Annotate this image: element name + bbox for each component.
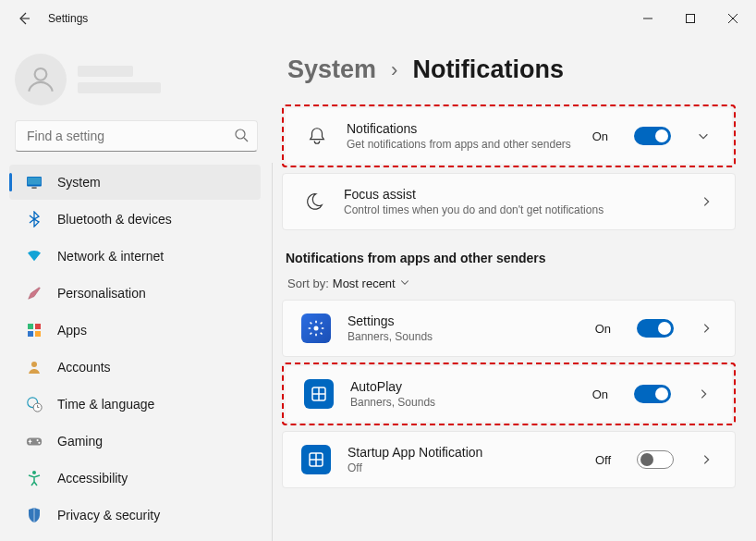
- card-text: AutoPlayBanners, Sounds: [350, 379, 576, 409]
- svg-rect-6: [28, 324, 33, 329]
- app-toggle[interactable]: [637, 450, 674, 469]
- titlebar: Settings: [0, 0, 756, 37]
- page-title: Notifications: [412, 55, 564, 84]
- chevron-right-icon[interactable]: [690, 322, 722, 335]
- sidebar-item-label: Network & internet: [57, 249, 164, 264]
- search-input[interactable]: [15, 120, 258, 152]
- sidebar-item-apps[interactable]: Apps: [9, 313, 261, 348]
- user-account[interactable]: [0, 44, 273, 120]
- chevron-down-icon: [399, 277, 410, 290]
- card-subtitle: Control times when you do and don't get …: [344, 203, 674, 216]
- sidebar-item-network-internet[interactable]: Network & internet: [9, 239, 261, 274]
- avatar: [15, 54, 67, 105]
- maximize-button[interactable]: [669, 4, 712, 33]
- toggle-state: On: [592, 129, 608, 143]
- highlight-box-autoplay: AutoPlayBanners, SoundsOn: [282, 363, 736, 425]
- svg-point-17: [314, 326, 319, 331]
- svg-point-14: [37, 439, 39, 441]
- search-container: [15, 120, 258, 152]
- svg-rect-9: [35, 331, 41, 337]
- toggle-state: On: [595, 322, 611, 336]
- focus-assist-card[interactable]: Focus assist Control times when you do a…: [282, 173, 736, 230]
- svg-point-2: [236, 129, 245, 139]
- person-icon: [26, 359, 43, 375]
- card-text: Startup App NotificationOff: [348, 445, 579, 474]
- card-title: Startup App Notification: [348, 445, 579, 460]
- minimize-button[interactable]: [627, 4, 669, 33]
- app-toggle[interactable]: [634, 385, 671, 403]
- svg-point-16: [32, 471, 36, 474]
- bell-icon: [304, 123, 330, 149]
- chevron-right-icon[interactable]: [688, 387, 719, 400]
- main-content: System › Notifications Notifications Get…: [273, 37, 756, 541]
- card-text: Focus assist Control times when you do a…: [344, 187, 674, 216]
- svg-rect-8: [28, 331, 33, 337]
- card-title: Settings: [348, 314, 579, 328]
- app-card-settings[interactable]: SettingsBanners, SoundsOn: [282, 300, 736, 357]
- sidebar-item-gaming[interactable]: Gaming: [9, 424, 261, 459]
- sidebar-item-label: Privacy & security: [57, 508, 160, 523]
- sort-value: Most recent: [333, 277, 396, 290]
- svg-rect-5: [31, 187, 36, 189]
- card-text: Notifications Get notifications from app…: [347, 121, 576, 151]
- svg-point-15: [38, 442, 40, 444]
- toggle-state: On: [592, 387, 608, 401]
- sidebar-item-accessibility[interactable]: Accessibility: [9, 461, 261, 496]
- moon-icon: [301, 189, 327, 215]
- sidebar-item-accounts[interactable]: Accounts: [9, 350, 261, 385]
- svg-point-10: [31, 362, 37, 367]
- notifications-toggle[interactable]: [634, 127, 671, 145]
- sidebar-item-label: Gaming: [57, 434, 103, 449]
- nav-list: SystemBluetooth & devicesNetwork & inter…: [0, 163, 273, 541]
- sidebar: SystemBluetooth & devicesNetwork & inter…: [0, 37, 273, 541]
- breadcrumb-parent[interactable]: System: [287, 55, 376, 84]
- search-icon: [234, 128, 249, 145]
- sidebar-item-label: Accounts: [57, 360, 111, 375]
- notifications-card[interactable]: Notifications Get notifications from app…: [286, 108, 732, 164]
- gear-icon: [301, 314, 331, 343]
- sidebar-item-label: Apps: [57, 323, 87, 338]
- card-subtitle: Get notifications from apps and other se…: [347, 138, 576, 151]
- back-button[interactable]: [9, 4, 39, 33]
- section-title: Notifications from apps and other sender…: [286, 251, 736, 265]
- accessibility-icon: [26, 470, 43, 486]
- sidebar-item-privacy-security[interactable]: Privacy & security: [9, 498, 261, 533]
- card-title: Notifications: [347, 121, 576, 136]
- sidebar-item-bluetooth-devices[interactable]: Bluetooth & devices: [9, 202, 261, 237]
- card-title: AutoPlay: [350, 379, 576, 394]
- sidebar-item-label: Personalisation: [57, 286, 146, 301]
- svg-rect-4: [28, 178, 41, 185]
- bluetooth-icon: [26, 211, 43, 227]
- chevron-right-icon: ›: [391, 58, 397, 82]
- card-subtitle: Off: [348, 461, 579, 474]
- shield-icon: [26, 507, 43, 523]
- highlight-box-notifications: Notifications Get notifications from app…: [282, 105, 736, 167]
- sidebar-item-time-language[interactable]: Time & language: [9, 387, 261, 422]
- sort-label: Sort by:: [287, 277, 329, 290]
- sidebar-item-label: System: [57, 175, 101, 190]
- card-text: SettingsBanners, Sounds: [348, 314, 579, 343]
- close-button[interactable]: [712, 4, 754, 33]
- sort-dropdown[interactable]: Sort by: Most recent: [287, 277, 736, 290]
- svg-rect-7: [35, 324, 41, 329]
- sidebar-item-label: Bluetooth & devices: [57, 212, 172, 227]
- chevron-right-icon[interactable]: [690, 453, 722, 466]
- chevron-right-icon[interactable]: [690, 195, 722, 208]
- card-subtitle: Banners, Sounds: [350, 396, 576, 409]
- apps-icon: [26, 322, 43, 338]
- wifi-icon: [26, 248, 43, 264]
- globe-clock-icon: [26, 396, 43, 412]
- app-card-startup-app-notification[interactable]: Startup App NotificationOffOff: [282, 431, 736, 488]
- sidebar-item-system[interactable]: System: [9, 165, 261, 200]
- window-title: Settings: [48, 12, 88, 25]
- app-toggle[interactable]: [637, 319, 674, 338]
- card-subtitle: Banners, Sounds: [348, 330, 579, 343]
- grid-icon: [304, 379, 334, 409]
- gamepad-icon: [26, 433, 43, 449]
- svg-rect-0: [687, 15, 695, 23]
- card-title: Focus assist: [344, 187, 674, 202]
- sidebar-item-personalisation[interactable]: Personalisation: [9, 276, 261, 311]
- svg-point-1: [35, 68, 47, 80]
- expand-chevron[interactable]: [688, 129, 719, 142]
- app-card-autoplay[interactable]: AutoPlayBanners, SoundsOn: [286, 366, 732, 422]
